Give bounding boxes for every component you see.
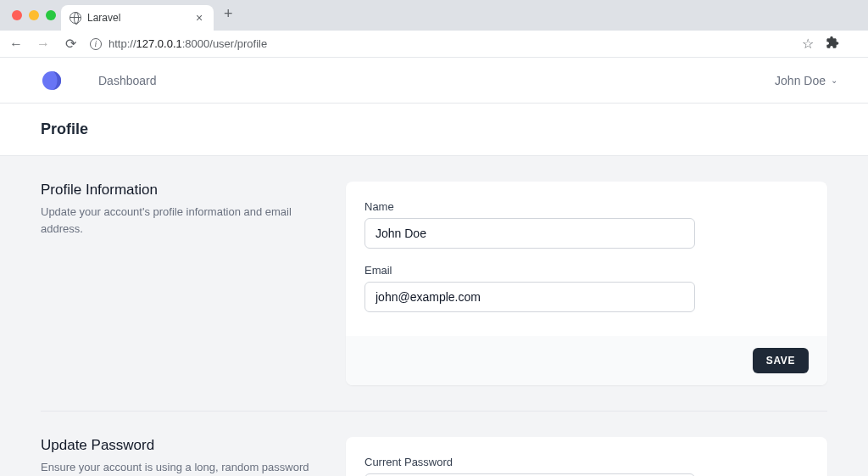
back-button[interactable]: ← xyxy=(8,36,24,52)
save-button[interactable]: SAVE xyxy=(753,348,809,373)
section-description: Update your account's profile informatio… xyxy=(41,204,320,237)
browser-tab-bar: Laravel × + xyxy=(0,0,868,31)
section-divider xyxy=(41,411,827,412)
profile-avatar-icon[interactable] xyxy=(851,31,860,58)
extensions-icon[interactable] xyxy=(826,36,839,53)
page-title: Profile xyxy=(41,120,827,138)
email-field[interactable] xyxy=(364,282,695,312)
window-minimize-button[interactable] xyxy=(29,10,39,20)
section-info: Profile Information Update your account'… xyxy=(41,182,320,385)
app-nav: Dashboard John Doe ⌄ xyxy=(0,58,868,104)
name-label: Name xyxy=(364,200,809,213)
section-title: Profile Information xyxy=(41,182,320,199)
section-description: Ensure your account is using a long, ran… xyxy=(41,459,320,476)
section-info: Update Password Ensure your account is u… xyxy=(41,437,320,476)
window-close-button[interactable] xyxy=(12,10,22,20)
profile-info-card: Name Email SAVE xyxy=(346,182,827,385)
globe-icon xyxy=(70,12,81,24)
email-label: Email xyxy=(364,264,809,277)
window-controls xyxy=(12,10,56,20)
user-menu[interactable]: John Doe ⌄ xyxy=(775,74,837,87)
window-maximize-button[interactable] xyxy=(46,10,56,20)
name-field[interactable] xyxy=(364,218,695,249)
reload-button[interactable]: ⟳ xyxy=(63,36,78,52)
current-password-label: Current Password xyxy=(364,456,809,468)
browser-tab[interactable]: Laravel × xyxy=(61,5,214,31)
address-bar[interactable]: i http://127.0.0.1:8000/user/profile xyxy=(90,37,790,50)
nav-dashboard[interactable]: Dashboard xyxy=(98,74,157,87)
section-update-password: Update Password Ensure your account is u… xyxy=(41,437,827,476)
user-name: John Doe xyxy=(775,74,826,87)
chevron-down-icon: ⌄ xyxy=(831,76,837,85)
forward-button[interactable]: → xyxy=(36,36,51,52)
app-logo xyxy=(41,70,63,92)
site-info-icon[interactable]: i xyxy=(90,38,102,50)
bookmark-icon[interactable]: ☆ xyxy=(802,36,814,52)
update-password-card: Current Password xyxy=(346,437,827,476)
new-tab-button[interactable]: + xyxy=(214,5,243,23)
page-content: Profile Information Update your account'… xyxy=(0,156,868,476)
close-icon[interactable]: × xyxy=(193,11,205,25)
tab-title: Laravel xyxy=(87,12,187,24)
browser-toolbar: ← → ⟳ i http://127.0.0.1:8000/user/profi… xyxy=(0,31,868,58)
url-text: http://127.0.0.1:8000/user/profile xyxy=(108,37,267,50)
page-header: Profile xyxy=(0,104,868,156)
section-profile-info: Profile Information Update your account'… xyxy=(41,182,827,385)
section-title: Update Password xyxy=(41,437,320,454)
